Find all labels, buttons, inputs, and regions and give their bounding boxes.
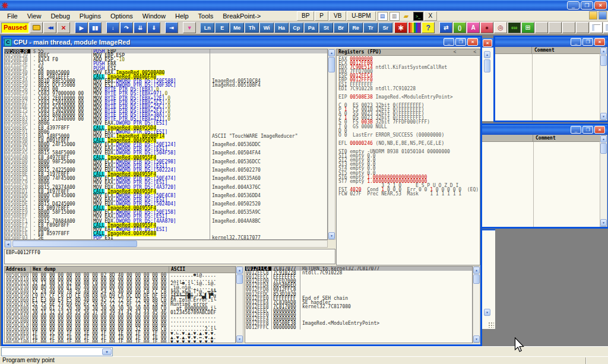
menu-button-vb[interactable]: VB xyxy=(329,11,346,21)
folder-icon[interactable]: ▰ xyxy=(401,12,411,21)
empty-button[interactable] xyxy=(576,22,589,33)
go-to-address-button[interactable]: ▼ xyxy=(183,22,196,33)
binary-button[interactable]: 010 xyxy=(508,22,521,33)
restore-icon[interactable]: ❐ xyxy=(582,38,593,46)
step-over-button[interactable]: ↷ xyxy=(120,22,133,33)
window-button-sr[interactable]: Sr xyxy=(378,23,392,33)
window-button-st[interactable]: St xyxy=(319,23,333,33)
registers-pane[interactable]: Registers (FPU) < < EAX 00000000ECX 0012… xyxy=(336,49,480,265)
panel-layout-button[interactable] xyxy=(603,22,608,33)
notes-icon[interactable]: ▤ xyxy=(378,12,388,21)
document-icon[interactable]: ▥ xyxy=(390,12,400,21)
menu-item-window[interactable]: Window xyxy=(138,11,170,21)
empty-button[interactable] xyxy=(562,22,575,33)
animate-into-button[interactable]: ⇊ xyxy=(134,22,147,33)
window-button-ha[interactable]: Ha xyxy=(274,23,289,33)
scroll-up-icon[interactable]: ▲ xyxy=(600,48,607,55)
empty-button[interactable] xyxy=(549,22,562,33)
disasm-row[interactable]: 00508E3E.53PUSH EBX xyxy=(5,62,327,66)
disassembly-hscrollbar[interactable]: ◀ xyxy=(4,240,328,248)
minimize-icon[interactable]: _ xyxy=(444,38,454,46)
register-line[interactable]: EFL 00000246 (NO,NB,E,BE,NS,PE,GE,LE) xyxy=(338,141,480,145)
run-button[interactable]: ▶ xyxy=(75,22,88,33)
registers-header-arrows[interactable]: < < xyxy=(453,49,480,55)
small-folder-icon[interactable] xyxy=(589,11,597,20)
menu-button-bp[interactable]: BP xyxy=(297,11,314,21)
ascii-mode-button[interactable]: A xyxy=(467,22,480,33)
scrollbar-thumb[interactable] xyxy=(328,57,335,72)
cpu-window-titlebar[interactable]: C CPU - main thread, module ImageRed _ ❐… xyxy=(3,37,480,47)
column-blank[interactable] xyxy=(482,135,533,141)
spiral-button[interactable]: ◎ xyxy=(494,22,507,33)
empty-button[interactable] xyxy=(535,22,548,33)
register-line[interactable]: O 0 LastErr ERROR_SUCCESS (00000000) xyxy=(338,133,480,137)
execute-till-return-button[interactable]: ⇥ xyxy=(165,22,178,33)
animate-over-button[interactable]: ⇓ xyxy=(147,22,160,33)
scroll-down-icon[interactable]: ▼ xyxy=(600,113,607,120)
minimize-icon[interactable]: _ xyxy=(571,38,581,46)
scroll-down-icon[interactable]: ▼ xyxy=(600,219,607,226)
chevron-down-icon[interactable]: ▼ xyxy=(102,349,112,355)
window-button-pa[interactable]: Pa xyxy=(304,23,318,33)
open-file-button[interactable] xyxy=(30,22,43,33)
scroll-down-icon[interactable]: ▼ xyxy=(328,232,335,239)
minimize-icon[interactable]: _ xyxy=(571,126,581,134)
disasm-row[interactable]: 00508E3B.83C4 F0ADD ESP,-10 xyxy=(5,58,327,62)
scroll-up-icon[interactable]: ▲ xyxy=(600,135,607,143)
swap-panes-button[interactable]: ⇄ xyxy=(439,22,452,33)
register-line[interactable]: T 0 GS 0000 NULL xyxy=(338,125,480,129)
menu-button-u-bpm[interactable]: U-BPM xyxy=(347,11,375,21)
disassembly-pane[interactable]: 00508E38$55PUSH EBP00508E39.8BECMOV EBP,… xyxy=(4,49,328,240)
record-button[interactable]: ● xyxy=(480,22,493,33)
scroll-up-icon[interactable]: ▲ xyxy=(484,51,490,58)
disasm-row[interactable]: 00508EFE.E8 8597F8FFCALL ImageRed.004956… xyxy=(5,232,327,236)
close-program-button[interactable]: × xyxy=(57,22,70,33)
menu-item-options[interactable]: Options xyxy=(106,11,138,21)
scrollbar-thumb[interactable] xyxy=(600,55,607,66)
console-icon[interactable]: >_ xyxy=(413,12,423,21)
dump-pane[interactable]: Address Hex dump ASCII 0050C00000 00 00 … xyxy=(4,266,236,343)
window-button-th[interactable]: Th xyxy=(245,23,259,33)
disassembly-scrollbar[interactable]: ▲ ▼ xyxy=(328,49,335,240)
scroll-down-icon[interactable]: ▼ xyxy=(484,309,490,316)
scrollbar[interactable]: ▲ ▼ xyxy=(600,135,607,227)
small-grid-icon[interactable] xyxy=(598,11,607,20)
info-pane[interactable]: EBP=0012FFF0 xyxy=(4,249,335,264)
appearance-button[interactable]: ∗ xyxy=(394,22,407,33)
menu-item-tools[interactable]: Tools xyxy=(194,11,218,21)
comment-window-2-titlebar[interactable]: _ ❐ × xyxy=(482,125,607,135)
scroll-up-icon[interactable]: ▲ xyxy=(473,267,480,274)
register-line[interactable]: EDI 7C910228 ntdll.7C910228 xyxy=(338,87,480,91)
menu-item-debug[interactable]: Debug xyxy=(46,11,74,21)
close-icon[interactable]: × xyxy=(467,38,478,46)
stack-pane[interactable]: 0012FFC47C817077RETURN to kernel32.7C817… xyxy=(245,266,473,343)
disasm-row[interactable]: 00508F03.5EPOP ESIkernel32.7C817077 xyxy=(5,236,327,240)
stack-scrollbar[interactable]: ▲ ▼ xyxy=(473,266,480,343)
window-button-me[interactable]: Me xyxy=(230,23,244,33)
scrollbar-thumb[interactable] xyxy=(484,59,490,72)
restore-icon[interactable]: ❐ xyxy=(582,126,593,134)
disasm-row[interactable]: 00508E38$55PUSH EBP xyxy=(5,49,327,53)
window-mode-button[interactable]: ⊞ xyxy=(521,22,534,33)
close-button[interactable]: × xyxy=(594,1,607,10)
minimize-button[interactable]: _ xyxy=(567,1,580,10)
step-into-button[interactable]: ↓ xyxy=(106,22,119,33)
scrollbar-thumb[interactable] xyxy=(600,143,607,154)
register-line[interactable]: FCW 027F Prec NEAR,53 Mask 1 1 1 1 1 1 xyxy=(338,192,480,196)
stack-row[interactable]: 0012FFFC00000000 xyxy=(245,325,472,330)
window-button-ln[interactable]: Ln xyxy=(200,23,214,33)
dump-header-ascii[interactable]: ASCII xyxy=(169,267,235,273)
colors-button[interactable] xyxy=(408,22,421,33)
command-input[interactable]: ▼ xyxy=(1,347,113,356)
scroll-up-icon[interactable]: ▲ xyxy=(328,49,335,56)
menu-item-view[interactable]: View xyxy=(23,11,46,21)
panel-layout-button[interactable] xyxy=(590,22,603,33)
menu-item-file[interactable]: File xyxy=(2,11,23,21)
menu-item-help[interactable]: Help xyxy=(170,11,194,21)
register-line[interactable]: EIP 00508E38 ImageRed.<ModuleEntryPoint> xyxy=(338,95,480,99)
close-icon[interactable]: × xyxy=(483,39,492,47)
restore-button[interactable]: ❐ xyxy=(581,1,593,10)
brackets-button[interactable]: () xyxy=(453,22,466,33)
dump-row[interactable]: 0050C1001F 00 1F 00 1F 00 1F 00 1F 00 1F… xyxy=(5,340,235,343)
scroll-down-icon[interactable]: ▼ xyxy=(236,335,243,343)
